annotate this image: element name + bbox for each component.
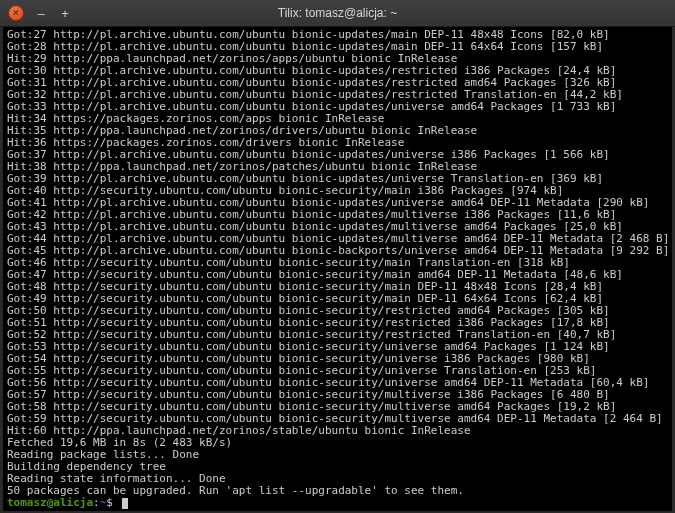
prompt-suffix: $ <box>106 496 119 509</box>
prompt-line[interactable]: tomasz@alicja:~$ <box>7 497 668 509</box>
maximize-button[interactable]: + <box>58 6 72 20</box>
prompt-user-host: tomasz@alicja <box>7 496 93 509</box>
titlebar: ✕ – + Tilix: tomasz@alicja: ~ <box>0 0 675 27</box>
prompt-separator: : <box>93 496 100 509</box>
window-title: Tilix: tomasz@alicja: ~ <box>0 6 675 20</box>
close-button[interactable]: ✕ <box>8 5 24 21</box>
terminal-output[interactable]: Got:27 http://pl.archive.ubuntu.com/ubun… <box>3 27 672 511</box>
minimize-button[interactable]: – <box>34 6 48 20</box>
cursor <box>122 498 128 509</box>
window-controls: ✕ – + <box>0 5 72 21</box>
